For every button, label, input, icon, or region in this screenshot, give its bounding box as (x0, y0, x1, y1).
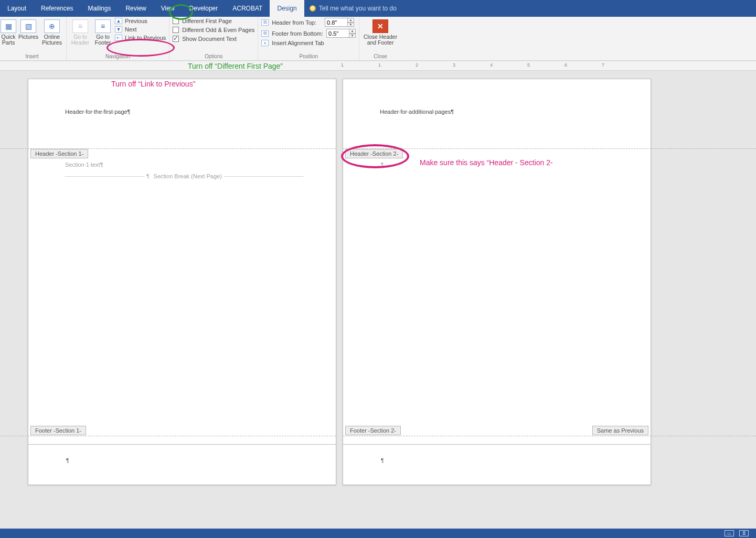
ruler-tick: 3 (453, 62, 453, 68)
footer-from-bottom-row: ⊟ Footer from Bottom: ▲▼ (261, 29, 356, 38)
show-document-text-label: Show Document Text (182, 36, 237, 42)
ruler-tick: 2 (416, 62, 416, 68)
previous-icon: ▲ (115, 18, 122, 24)
different-first-page-checkbox[interactable]: Different First Page (173, 18, 254, 24)
ribbon-tabs: Layout References Mailings Review View D… (0, 0, 756, 17)
page2-footer-boundary (343, 436, 756, 436)
page1-header-tag: Header -Section 1- (30, 149, 88, 158)
group-position: ⊟ Header from Top: ▲▼ ⊟ Footer from Bott… (258, 17, 359, 60)
different-odd-even-checkbox[interactable]: Different Odd & Even Pages (173, 27, 254, 33)
different-odd-even-label: Different Odd & Even Pages (182, 27, 254, 33)
close-header-footer-label: Close Header and Footer (363, 34, 398, 46)
group-options-label: Options (173, 53, 254, 60)
group-close: Close Header and Footer Close (359, 17, 401, 60)
header-from-top-input[interactable] (325, 18, 348, 27)
ribbon-body: Quick Parts Pictures Online Pictures Ins… (0, 17, 756, 61)
section-break-label: Section Break (Next Page) (152, 173, 224, 179)
tab-developer[interactable]: Developer (182, 0, 226, 17)
footer-from-bottom-input[interactable] (326, 29, 349, 38)
position-stack: ⊟ Header from Top: ▲▼ ⊟ Footer from Bott… (261, 18, 356, 46)
go-to-footer-button[interactable]: Go to Footer (93, 18, 113, 46)
pilcrow-icon (144, 173, 151, 179)
footer-from-bottom-icon: ⊟ (261, 30, 269, 37)
quick-parts-button[interactable]: Quick Parts (1, 18, 16, 46)
spin-up-icon[interactable]: ▲ (348, 18, 354, 23)
group-navigation: Go to Header Go to Footer ▲ Previous ▼ N… (67, 17, 169, 60)
page1-header-text[interactable]: Header·for·the·first·page¶ (65, 109, 131, 115)
insert-alignment-tab-button[interactable]: ≡ Insert Alignment Tab (261, 40, 356, 46)
insert-alignment-tab-icon: ≡ (261, 40, 269, 46)
view-print-layout-icon[interactable]: ≣ (739, 530, 749, 536)
go-to-header-icon (72, 19, 88, 33)
previous-label: Previous (125, 18, 147, 24)
group-navigation-label: Navigation (70, 53, 166, 60)
page2-footer-area[interactable] (343, 445, 651, 485)
close-header-footer-button[interactable]: Close Header and Footer (363, 18, 398, 46)
page2-header-tag: Header -Section 2- (345, 149, 403, 158)
view-read-mode-icon[interactable]: ▭ (725, 530, 734, 536)
go-to-header-label: Go to Header (70, 34, 91, 46)
tab-mailings[interactable]: Mailings (80, 0, 118, 17)
link-to-previous-button[interactable]: ⇠ Link to Previous (115, 35, 166, 41)
nav-stack: ▲ Previous ▼ Next ⇠ Link to Previous (115, 18, 166, 41)
group-insert: Quick Parts Pictures Online Pictures Ins… (0, 17, 67, 60)
document-area[interactable]: Header·for·the·first·page¶ Header -Secti… (0, 72, 756, 523)
ruler-tick: 6 (565, 62, 565, 68)
close-icon (372, 19, 388, 33)
page1-footer-tag: Footer -Section 1- (30, 426, 86, 435)
checkbox-icon (173, 27, 179, 33)
tab-references[interactable]: References (34, 0, 80, 17)
header-from-top-spinner[interactable]: ▲▼ (325, 18, 354, 27)
group-options: Different First Page Different Odd & Eve… (169, 17, 258, 60)
group-position-label: Position (261, 53, 356, 60)
quick-parts-label: Quick Parts (1, 34, 16, 46)
options-stack: Different First Page Different Odd & Eve… (173, 18, 254, 42)
different-first-page-label: Different First Page (182, 18, 232, 24)
status-bar: ▭ ≣ (0, 529, 756, 538)
checkbox-icon (173, 18, 179, 24)
online-pictures-button[interactable]: Online Pictures (41, 18, 63, 46)
pictures-button[interactable]: Pictures (18, 18, 39, 40)
page-1[interactable]: Header·for·the·first·page¶ Header -Secti… (28, 79, 336, 445)
previous-button[interactable]: ▲ Previous (115, 18, 166, 24)
ruler-tick: 1 (378, 62, 379, 68)
pictures-label: Pictures (18, 34, 38, 40)
tab-acrobat[interactable]: ACROBAT (225, 0, 270, 17)
page2-footer-tag: Footer -Section 2- (345, 426, 401, 435)
go-to-header-button: Go to Header (70, 18, 91, 46)
next-icon: ▼ (115, 26, 122, 33)
tab-design[interactable]: Design (270, 0, 304, 17)
page2-body-pilcrow (381, 162, 384, 168)
link-to-previous-icon: ⇠ (115, 35, 122, 41)
link-to-previous-label: Link to Previous (125, 35, 166, 41)
group-close-label: Close (363, 53, 398, 60)
page2-same-as-previous-tag: Same as Previous (592, 426, 648, 435)
page2-header-text[interactable]: Header·for·additional·pages¶ (380, 109, 454, 115)
tab-layout[interactable]: Layout (0, 0, 34, 17)
page1-footer-boundary (0, 436, 336, 436)
pictures-icon (20, 19, 36, 33)
footer-from-bottom-label: Footer from Bottom: (272, 30, 323, 37)
page1-body-line: Section·1·text¶ (65, 162, 103, 168)
checkbox-icon (173, 36, 179, 42)
show-document-text-checkbox[interactable]: Show Document Text (173, 36, 254, 42)
header-from-top-row: ⊟ Header from Top: ▲▼ (261, 18, 356, 27)
page1-section-break: Section Break (Next Page) (65, 173, 303, 179)
spin-down-icon[interactable]: ▼ (349, 34, 356, 38)
page1-footer-area[interactable] (28, 445, 336, 485)
next-button[interactable]: ▼ Next (115, 26, 166, 33)
header-from-top-label: Header from Top: (272, 19, 316, 26)
spin-down-icon[interactable]: ▼ (348, 23, 354, 27)
header-from-top-icon: ⊟ (261, 19, 269, 26)
insert-alignment-tab-label: Insert Alignment Tab (272, 40, 324, 46)
page-2[interactable]: Header·for·additional·pages¶ Header -Sec… (343, 79, 651, 445)
footer-from-bottom-spinner[interactable]: ▲▼ (326, 29, 356, 38)
next-label: Next (125, 26, 137, 33)
tab-review[interactable]: Review (118, 0, 153, 17)
ruler-tick: 4 (490, 62, 491, 68)
tell-me-box[interactable]: Tell me what you want to do (304, 0, 402, 17)
page2-footer-pilcrow (381, 457, 384, 464)
spin-up-icon[interactable]: ▲ (349, 29, 356, 34)
group-insert-label: Insert (1, 53, 63, 60)
tab-view[interactable]: View (154, 0, 182, 17)
